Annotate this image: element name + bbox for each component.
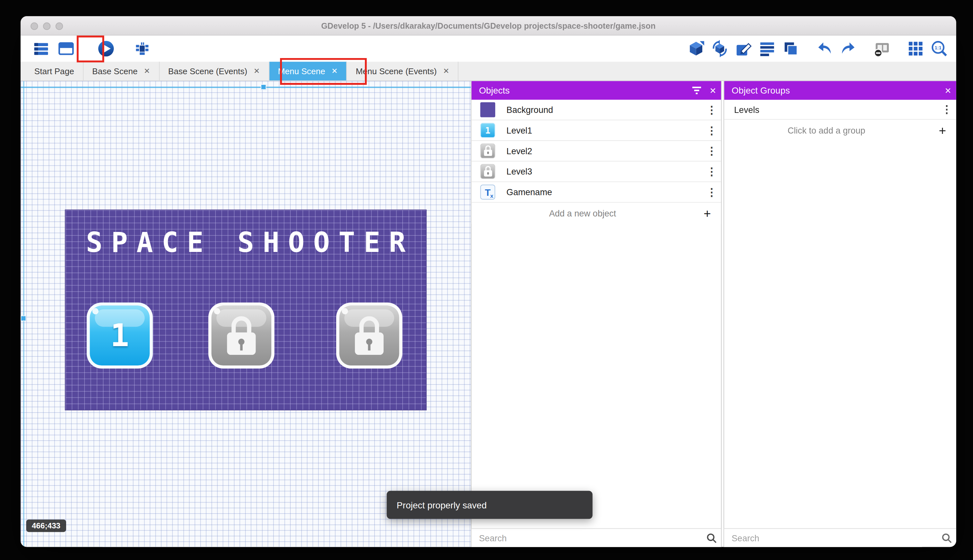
tab-menu-scene-events[interactable]: Menu Scene (Events) ✕ — [347, 62, 459, 80]
close-tab-icon[interactable]: ✕ — [332, 67, 337, 75]
tab-bar: Start Page Base Scene ✕ Base Scene (Even… — [21, 62, 956, 81]
selection-edge-top — [21, 87, 471, 88]
level2-lock-icon — [480, 143, 495, 158]
save-toast: Project properly saved — [387, 491, 593, 519]
level3-lock-icon — [480, 164, 495, 179]
object-row-background[interactable]: Background ⋮ — [472, 100, 721, 120]
selection-handle-left[interactable] — [21, 315, 26, 321]
layers-icon[interactable] — [781, 39, 800, 58]
game-scene-preview[interactable]: SPACE SHOOTER 1 — [65, 210, 426, 410]
preview-minus-icon[interactable] — [873, 39, 891, 58]
zoom-level-label: 1:1 — [935, 45, 941, 50]
window-title: GDevelop 5 - /Users/dkarakay/Documents/G… — [21, 16, 956, 35]
row-menu-icon[interactable]: ⋮ — [702, 145, 721, 158]
grid-icon[interactable] — [906, 39, 925, 58]
background-object-icon — [480, 102, 495, 117]
objects-search-bar — [472, 528, 721, 547]
text-object-icon: T x — [480, 185, 495, 199]
selection-handle-top[interactable] — [261, 84, 266, 90]
scene-variables-icon[interactable] — [758, 39, 776, 58]
edit-scene-properties-icon[interactable] — [734, 39, 753, 58]
close-tab-icon[interactable]: ✕ — [144, 67, 150, 75]
objects-search-input[interactable] — [479, 533, 702, 543]
row-menu-icon[interactable]: ⋮ — [938, 103, 956, 116]
export-build-icon[interactable] — [687, 39, 706, 58]
toolbar: 1:1 — [21, 35, 956, 62]
level2-locked-button[interactable] — [208, 303, 275, 369]
tab-base-scene-events[interactable]: Base Scene (Events) ✕ — [159, 62, 269, 80]
tab-menu-scene[interactable]: Menu Scene ✕ — [269, 62, 347, 80]
object-row-level2[interactable]: Level2 ⋮ — [472, 141, 721, 162]
refresh-build-icon[interactable] — [710, 39, 729, 58]
row-menu-icon[interactable]: ⋮ — [702, 165, 721, 178]
level1-object-icon: 1 — [480, 123, 495, 138]
add-object-plus-icon[interactable]: + — [694, 206, 721, 220]
row-menu-icon[interactable]: ⋮ — [702, 103, 721, 117]
row-menu-icon[interactable]: ⋮ — [702, 124, 721, 137]
level1-button[interactable]: 1 — [87, 303, 153, 369]
add-group-plus-icon[interactable]: + — [929, 123, 956, 137]
titlebar: GDevelop 5 - /Users/dkarakay/Documents/G… — [21, 16, 956, 35]
lock-icon — [354, 316, 384, 355]
gdevelop-window: GDevelop 5 - /Users/dkarakay/Documents/G… — [21, 16, 956, 547]
play-preview-button[interactable] — [97, 39, 115, 58]
zoom-one-to-one-icon[interactable]: 1:1 — [930, 39, 949, 58]
debugger-icon[interactable] — [133, 39, 152, 58]
add-group-row[interactable]: Click to add a group + — [724, 120, 956, 141]
tab-label: Start Page — [34, 67, 74, 76]
game-title-text[interactable]: SPACE SHOOTER — [65, 210, 435, 258]
screen: GDevelop 5 - /Users/dkarakay/Documents/G… — [0, 0, 973, 560]
objects-panel-header: Objects ✕ — [472, 81, 721, 100]
filter-icon[interactable] — [688, 82, 705, 98]
object-row-gamename[interactable]: T x Gamename ⋮ — [472, 182, 721, 203]
search-icon — [702, 532, 721, 543]
lock-icon — [227, 316, 257, 355]
search-icon — [938, 532, 956, 543]
scene-canvas[interactable]: SPACE SHOOTER 1 — [21, 81, 471, 547]
object-groups-panel: Object Groups ✕ Levels ⋮ Click to add a … — [724, 81, 956, 547]
content: SPACE SHOOTER 1 — [21, 81, 956, 547]
groups-search-input[interactable] — [732, 533, 938, 543]
row-menu-icon[interactable]: ⋮ — [702, 185, 721, 199]
tab-label: Menu Scene — [278, 67, 325, 76]
selection-edge-left — [23, 81, 25, 547]
scene-editor-icon[interactable] — [57, 39, 75, 58]
groups-search-bar — [724, 528, 956, 547]
project-manager-icon[interactable] — [32, 39, 51, 58]
tab-start-page[interactable]: Start Page — [25, 62, 83, 80]
tab-label: Menu Scene (Events) — [356, 67, 437, 76]
close-panel-icon[interactable]: ✕ — [705, 82, 721, 98]
cursor-coordinates: 466;433 — [26, 519, 66, 532]
close-panel-icon[interactable]: ✕ — [940, 82, 956, 98]
object-row-level1[interactable]: 1 Level1 ⋮ — [472, 120, 721, 141]
tab-label: Base Scene — [92, 67, 138, 76]
close-tab-icon[interactable]: ✕ — [253, 67, 260, 75]
level1-number: 1 — [110, 317, 129, 353]
toolbar-left — [32, 35, 152, 62]
groups-list: Levels ⋮ Click to add a group + — [724, 100, 956, 141]
add-object-row[interactable]: Add a new object + — [472, 203, 721, 224]
object-row-level3[interactable]: Level3 ⋮ — [472, 162, 721, 182]
close-tab-icon[interactable]: ✕ — [443, 67, 449, 75]
toolbar-right: 1:1 — [687, 35, 949, 62]
tab-base-scene[interactable]: Base Scene ✕ — [83, 62, 160, 80]
objects-list: Background ⋮ 1 Level1 ⋮ Level2 ⋮ — [472, 100, 721, 224]
groups-panel-title: Object Groups — [732, 85, 940, 95]
redo-icon[interactable] — [839, 39, 858, 58]
level3-locked-button[interactable] — [336, 303, 402, 369]
tab-label: Base Scene (Events) — [168, 67, 247, 76]
group-row-levels[interactable]: Levels ⋮ — [724, 100, 956, 120]
objects-panel-title: Objects — [479, 85, 689, 95]
undo-icon[interactable] — [815, 39, 834, 58]
groups-panel-header: Object Groups ✕ — [724, 81, 956, 100]
objects-panel: Objects ✕ Background ⋮ — [471, 81, 722, 547]
